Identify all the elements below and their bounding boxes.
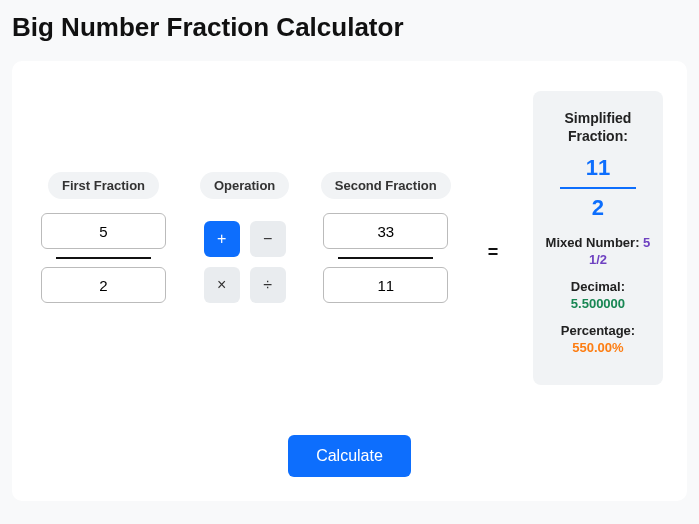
decimal-row: Decimal: 5.500000 [545,279,651,313]
fraction-line [56,257,151,259]
operation-label: Operation [200,172,289,199]
second-numerator-input[interactable] [323,213,448,249]
calculate-button-row: Calculate [36,435,663,477]
first-numerator-input[interactable] [41,213,166,249]
first-fraction-block: First Fraction [36,172,171,303]
first-denominator-input[interactable] [41,267,166,303]
op-multiply-button[interactable]: × [204,267,240,303]
result-fraction-line [560,187,636,189]
second-fraction-label: Second Fraction [321,172,451,199]
simplified-fraction-label: Simplified Fraction: [545,109,651,145]
page-title: Big Number Fraction Calculator [12,12,687,43]
op-subtract-button[interactable]: − [250,221,286,257]
decimal-value: 5.500000 [545,296,651,313]
result-numerator: 11 [545,155,651,181]
fraction-line [338,257,433,259]
second-fraction-block: Second Fraction [318,172,453,303]
operation-buttons: + − × ÷ [204,221,286,303]
percentage-value: 550.00% [545,340,651,357]
percentage-label: Percentage: [545,323,651,340]
operation-block: Operation + − × ÷ [200,172,290,303]
mixed-number-label: Mixed Number: [546,235,644,250]
result-panel: Simplified Fraction: 11 2 Mixed Number: … [533,91,663,385]
equals-sign: = [482,242,505,263]
op-divide-button[interactable]: ÷ [250,267,286,303]
op-add-button[interactable]: + [204,221,240,257]
calculator-row: First Fraction Operation + − × ÷ Second … [36,91,663,385]
mixed-number-row: Mixed Number: 5 1/2 [545,235,651,269]
decimal-label: Decimal: [545,279,651,296]
percentage-row: Percentage: 550.00% [545,323,651,357]
calculator-card: First Fraction Operation + − × ÷ Second … [12,61,687,501]
second-denominator-input[interactable] [323,267,448,303]
calculate-button[interactable]: Calculate [288,435,411,477]
first-fraction-label: First Fraction [48,172,159,199]
result-denominator: 2 [545,195,651,221]
